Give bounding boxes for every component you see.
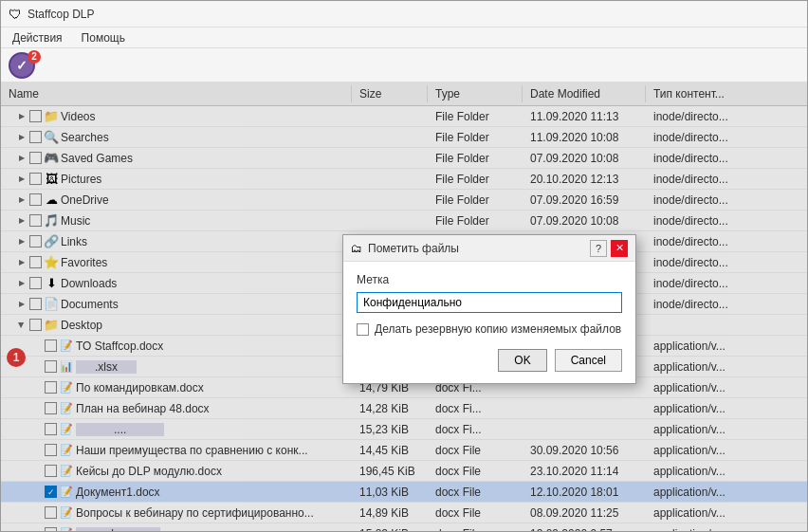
app-icon: 🛡 [9,7,22,22]
dialog-question-button[interactable]: ? [590,240,607,257]
app-title: Staffcop DLP [28,8,95,21]
menu-help[interactable]: Помощь [78,29,129,46]
dialog-close-button[interactable]: ✕ [611,240,628,257]
dialog-backup-checkbox[interactable] [357,323,369,336]
content-area: Name Size Type Date Modified Тип контент… [1,83,807,531]
dialog-ok-button[interactable]: OK [498,349,546,372]
badge-counter: 2 [28,50,41,64]
dialog-title-controls: ? ✕ [590,240,628,257]
dialog-backup-label: Делать резервную копию изменяемых файлов [375,322,621,336]
dialog-buttons: OK Cancel [357,349,622,372]
dialog-metka-label: Метка [357,273,622,286]
dialog-body: Метка Делать резервную копию изменяемых … [343,262,635,383]
dialog-title: Пометить файлы [368,242,459,255]
dialog-checkbox-row: Делать резервную копию изменяемых файлов [357,322,622,336]
menu-actions[interactable]: Действия [9,29,66,46]
checkmark-icon: ✓ [16,58,28,73]
menu-bar: Действия Помощь [1,28,807,48]
dialog-metka-input[interactable] [357,292,622,313]
main-action-button[interactable]: ✓ 2 [9,52,35,79]
dialog-title-bar: 🗂 Пометить файлы ? ✕ [343,235,635,262]
dialog-window-icon: 🗂 [351,242,362,255]
dialog-cancel-button[interactable]: Cancel [555,349,622,372]
title-bar: 🛡 Staffcop DLP [1,1,807,28]
toolbar: ✓ 2 [1,48,807,83]
mark-files-dialog: 🗂 Пометить файлы ? ✕ Метка Делать резерв… [342,234,636,384]
main-window: 🛡 Staffcop DLP Действия Помощь ✓ 2 Name … [0,0,808,532]
